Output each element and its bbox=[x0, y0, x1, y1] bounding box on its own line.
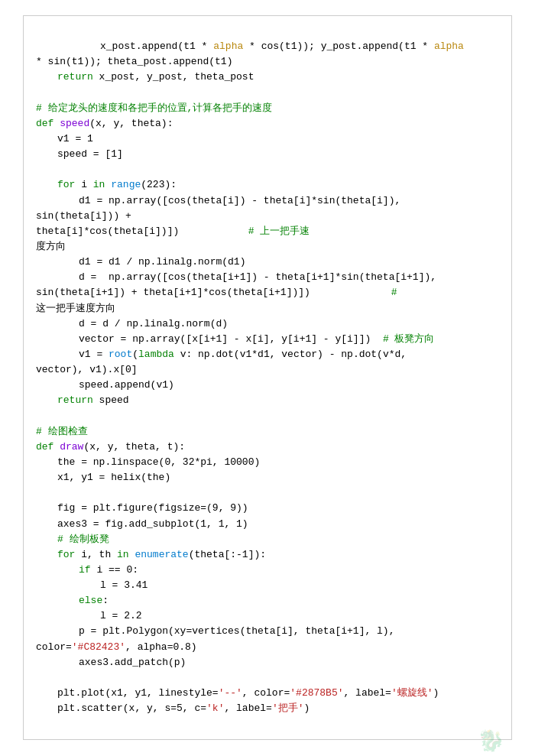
code-block: x_post.append(t1 * alpha * cos(t1)); y_p… bbox=[36, 24, 499, 732]
page: x_post.append(t1 * alpha * cos(t1)); y_p… bbox=[0, 15, 535, 756]
code-container: x_post.append(t1 * alpha * cos(t1)); y_p… bbox=[23, 15, 512, 740]
